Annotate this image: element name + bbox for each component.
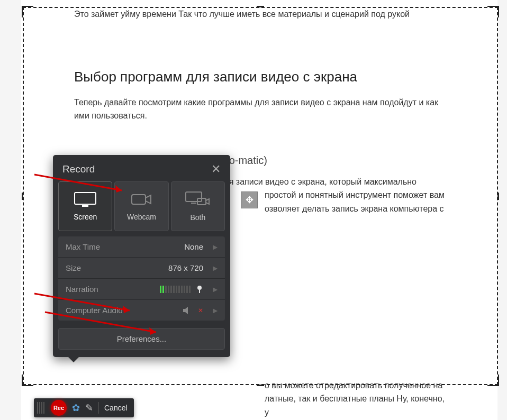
- svg-point-6: [197, 286, 202, 290]
- preferences-button[interactable]: Preferences...: [58, 328, 225, 350]
- mode-both-label: Both: [190, 213, 205, 222]
- row-narration[interactable]: Narration ▶: [58, 278, 225, 299]
- gear-icon: ✿: [72, 403, 80, 413]
- svg-rect-4: [191, 203, 196, 204]
- screen-icon: [74, 191, 97, 207]
- mode-screen[interactable]: Screen: [58, 181, 112, 231]
- chevron-right-icon: ▶: [213, 243, 218, 251]
- resize-handle-right[interactable]: [497, 193, 499, 200]
- svg-rect-1: [82, 205, 88, 207]
- draw-button[interactable]: ✎: [85, 402, 93, 414]
- record-button[interactable]: Rec: [51, 400, 67, 416]
- microphone-icon: [196, 285, 203, 294]
- muted-x-icon: ✕: [198, 307, 203, 314]
- webcam-icon: [130, 191, 153, 207]
- svg-rect-3: [186, 192, 202, 202]
- pencil-icon: ✎: [85, 403, 93, 413]
- row-max-time[interactable]: Max Time None ▶: [58, 236, 225, 257]
- recorder-toolbar: Rec ✿ ✎ Cancel: [34, 398, 134, 417]
- size-value: 876 x 720: [168, 263, 203, 272]
- chevron-right-icon: ▶: [213, 264, 218, 272]
- svg-rect-0: [75, 193, 96, 204]
- intro-cutoff: Это займет уйму времени Так что лучше им…: [74, 7, 445, 21]
- mode-webcam[interactable]: Webcam: [114, 181, 168, 231]
- computer-audio-label: Computer Audio: [66, 306, 123, 315]
- article-p1: Теперь давайте посмотрим какие программы…: [74, 96, 445, 123]
- mode-webcam-label: Webcam: [127, 213, 156, 221]
- chevron-right-icon: ▶: [213, 307, 218, 314]
- speaker-muted-icon: [182, 306, 193, 315]
- move-icon: ✥: [246, 194, 254, 206]
- narration-label: Narration: [66, 285, 98, 294]
- article-h2: Выбор программ для записи видео с экрана: [74, 69, 445, 85]
- mode-both[interactable]: Both: [171, 181, 225, 231]
- row-size[interactable]: Size 876 x 720 ▶: [58, 257, 225, 278]
- svg-rect-2: [132, 195, 146, 204]
- settings-button[interactable]: ✿: [72, 402, 80, 414]
- both-icon: [185, 191, 211, 208]
- row-computer-audio[interactable]: Computer Audio ✕ ▶: [58, 299, 225, 321]
- toolbar-divider: [98, 402, 99, 414]
- size-label: Size: [66, 263, 81, 272]
- mode-screen-label: Screen: [74, 213, 97, 221]
- cancel-button[interactable]: Cancel: [104, 404, 128, 412]
- article-p3: о вы можете отредактировать полученное н…: [265, 379, 445, 420]
- svg-rect-7: [199, 290, 200, 293]
- panel-title: Record: [62, 163, 95, 175]
- record-panel: Record ✕ Screen Webcam Both Max Time Non…: [53, 155, 230, 357]
- max-time-value: None: [184, 242, 203, 251]
- narration-level-meter: [160, 286, 191, 293]
- move-region-button[interactable]: ✥: [241, 191, 258, 208]
- close-icon: ✕: [211, 162, 221, 176]
- drag-handle-icon[interactable]: [37, 402, 44, 414]
- max-time-label: Max Time: [66, 242, 100, 251]
- close-button[interactable]: ✕: [211, 162, 221, 176]
- chevron-right-icon: ▶: [213, 286, 218, 293]
